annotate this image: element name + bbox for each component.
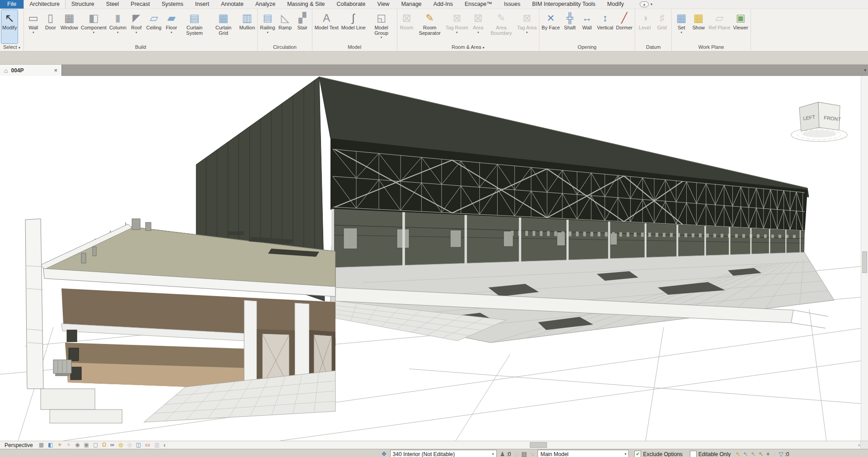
ribbon-tab-bim-interoperability-tools[interactable]: BIM Interoperability Tools bbox=[526, 0, 601, 9]
view-tab-004p[interactable]: ⌂ 004P × bbox=[0, 65, 62, 76]
checkbox-checked-icon[interactable]: ✔ bbox=[634, 451, 641, 457]
model-model-line-button[interactable]: ∫Model Line bbox=[340, 10, 367, 43]
design-options-dialog-icon[interactable]: ▤ bbox=[521, 449, 527, 457]
ribbon-collapse-icon[interactable]: ▴ bbox=[640, 1, 649, 7]
opening-vertical-button[interactable]: ↕Vertical bbox=[596, 10, 614, 43]
scroll-right-icon[interactable]: › bbox=[858, 441, 860, 449]
dropdown-arrow-icon[interactable]: ▾ bbox=[680, 31, 682, 34]
drag-on-selection-icon[interactable]: + bbox=[766, 449, 770, 457]
reveal-hidden-icon[interactable]: ◍ bbox=[118, 441, 123, 449]
dropdown-arrow-icon[interactable]: ▾ bbox=[136, 31, 137, 34]
opening-by-face-button[interactable]: ×By Face bbox=[541, 10, 561, 43]
select-modify-button[interactable]: ↖Modify bbox=[1, 10, 18, 43]
build-floor-button[interactable]: ▰Floor▾ bbox=[163, 10, 179, 43]
opening-shaft-button[interactable]: ╬Shaft bbox=[561, 10, 578, 43]
crop-region-icon[interactable]: ▢ bbox=[93, 441, 98, 449]
ribbon-tab-insert[interactable]: Insert bbox=[189, 0, 215, 9]
vcb-collapse-icon[interactable]: ‹ bbox=[164, 441, 165, 449]
vertical-scrollbar-thumb[interactable] bbox=[862, 251, 867, 273]
select-by-face-icon[interactable]: ↖ bbox=[759, 449, 764, 457]
ribbon-tab-collaborate[interactable]: Collaborate bbox=[331, 0, 372, 9]
opening-dormer-button[interactable]: ╱Dormer bbox=[615, 10, 634, 43]
dropdown-arrow-icon[interactable]: ▾ bbox=[381, 36, 382, 39]
set-icon: ▦ bbox=[676, 13, 687, 24]
ribbon-tab-architecture[interactable]: Architecture bbox=[24, 0, 66, 9]
ribbon-tab-annotate[interactable]: Annotate bbox=[215, 0, 250, 9]
rendering-dialog-icon[interactable]: ◉ bbox=[75, 441, 80, 449]
reveal-constraints-icon[interactable]: ▭ bbox=[145, 441, 150, 449]
build-column-button[interactable]: ▮Column▾ bbox=[108, 10, 127, 43]
ribbon-tab-analyze[interactable]: Analyze bbox=[250, 0, 281, 9]
dropdown-arrow-icon[interactable]: ▾ bbox=[117, 31, 119, 34]
build-door-button[interactable]: ▯Door bbox=[42, 10, 59, 43]
ribbon-tab-manage[interactable]: Manage bbox=[395, 0, 427, 9]
ribbon-tab-file[interactable]: File bbox=[0, 0, 24, 9]
build-curtain-system-button[interactable]: ▤Curtain System bbox=[180, 10, 208, 43]
build-ceiling-button[interactable]: ▱Ceiling bbox=[146, 10, 163, 43]
build-curtain-grid-button[interactable]: ▦Curtain Grid bbox=[209, 10, 237, 43]
model-model-group-button[interactable]: ◱Model Group▾ bbox=[368, 10, 396, 43]
viewcube[interactable]: LEFT FRONT bbox=[782, 92, 859, 146]
crop-view-icon[interactable]: ▣ bbox=[84, 441, 89, 449]
ribbon-tab-modify[interactable]: Modify bbox=[601, 0, 630, 9]
ribbon-tab-add-ins[interactable]: Add-Ins bbox=[428, 0, 459, 9]
ribbon-tab-massing-site[interactable]: Massing & Site bbox=[281, 0, 330, 9]
circulation-railing-button[interactable]: ▤Railing▾ bbox=[259, 10, 276, 43]
model-model-text-button[interactable]: AModel Text bbox=[314, 10, 340, 43]
build-mullion-button[interactable]: ▥Mullion bbox=[238, 10, 256, 43]
dropdown-arrow-icon[interactable]: ▾ bbox=[477, 31, 479, 34]
ribbon-tab-precast[interactable]: Precast bbox=[125, 0, 156, 9]
visual-style-icon[interactable]: ◧ bbox=[48, 441, 53, 449]
select-underlay-icon[interactable]: ↖ bbox=[743, 449, 748, 457]
active-workset-dropdown[interactable]: 340 Interior (Not Editable) ▾ bbox=[390, 450, 497, 457]
ribbon-tab-structure[interactable]: Structure bbox=[66, 0, 100, 9]
checkbox-unchecked-icon[interactable] bbox=[690, 451, 697, 457]
build-roof-button[interactable]: ◤Roof▾ bbox=[128, 10, 145, 43]
scale-icon[interactable]: ▩ bbox=[39, 441, 44, 449]
room-area-room-separator-button[interactable]: ✎Room Separator bbox=[416, 10, 444, 43]
ribbon-tab-issues[interactable]: Issues bbox=[498, 0, 526, 9]
ribbon-tab-view[interactable]: View bbox=[372, 0, 396, 9]
vertical-scrollbar[interactable] bbox=[861, 76, 868, 441]
sun-path-icon[interactable]: ☀ bbox=[57, 441, 62, 449]
work-plane-set-button[interactable]: ▦Set▾ bbox=[673, 10, 689, 43]
dropdown-arrow-icon[interactable]: ▾ bbox=[170, 31, 172, 34]
chevron-down-icon[interactable]: ▾ bbox=[651, 2, 652, 6]
editable-only-checkbox[interactable]: Editable Only bbox=[690, 451, 731, 457]
ribbon-tab-steel[interactable]: Steel bbox=[100, 0, 125, 9]
circulation-ramp-button[interactable]: ◺Ramp bbox=[277, 10, 293, 43]
exclude-options-checkbox[interactable]: ✔ Exclude Options bbox=[634, 451, 682, 457]
circulation-stair-button[interactable]: ▞Stair bbox=[294, 10, 311, 43]
panel-label-select[interactable]: Select ▾ bbox=[1, 43, 22, 51]
build-wall-button[interactable]: ▭Wall▾ bbox=[25, 10, 42, 43]
temporary-hide-isolate-icon[interactable]: ∞ bbox=[110, 441, 114, 449]
lock-view-icon[interactable]: Ω bbox=[102, 441, 106, 449]
panel-label-room-area[interactable]: Room & Area ▾ bbox=[399, 43, 538, 51]
select-links-icon[interactable]: ↖ bbox=[736, 449, 741, 457]
ribbon-collapse-control[interactable]: ▴▾ bbox=[640, 0, 652, 9]
horizontal-scrollbar-thumb[interactable] bbox=[530, 442, 547, 448]
build-component-button[interactable]: ◧Component▾ bbox=[80, 10, 108, 43]
dropdown-arrow-icon[interactable]: ▾ bbox=[456, 31, 458, 34]
design-options-dropdown[interactable]: Main Model ▾ bbox=[538, 450, 629, 457]
tab-list-dropdown-icon[interactable]: ▾ bbox=[864, 65, 866, 76]
build-window-button[interactable]: ▦Window bbox=[60, 10, 79, 43]
work-plane-viewer-button[interactable]: ▣Viewer bbox=[732, 10, 749, 43]
button-label: Tag Room bbox=[446, 25, 468, 31]
dropdown-arrow-icon[interactable]: ▾ bbox=[526, 31, 528, 34]
dropdown-arrow-icon[interactable]: ▾ bbox=[33, 31, 34, 34]
dropdown-arrow-icon[interactable]: ▾ bbox=[93, 31, 94, 34]
filter-icon[interactable]: ▽ bbox=[779, 449, 783, 457]
editing-requests-icon[interactable]: ♟ bbox=[500, 449, 505, 457]
dropdown-arrow-icon[interactable]: ▾ bbox=[267, 31, 269, 34]
work-plane-show-button[interactable]: ▦Show bbox=[690, 10, 707, 43]
select-pinned-icon[interactable]: ↖ bbox=[751, 449, 756, 457]
level-icon: ◑ bbox=[642, 13, 648, 23]
ribbon-tab-enscape-[interactable]: Enscape™ bbox=[459, 0, 498, 9]
displaced-elements-icon[interactable]: ◫ bbox=[136, 441, 141, 449]
model-viewport[interactable]: LEFT FRONT bbox=[0, 76, 868, 441]
opening-wall-button[interactable]: ↔Wall bbox=[579, 10, 595, 43]
horizontal-scrollbar[interactable]: › bbox=[168, 441, 868, 449]
close-icon[interactable]: × bbox=[54, 67, 57, 74]
ribbon-tab-systems[interactable]: Systems bbox=[156, 0, 189, 9]
